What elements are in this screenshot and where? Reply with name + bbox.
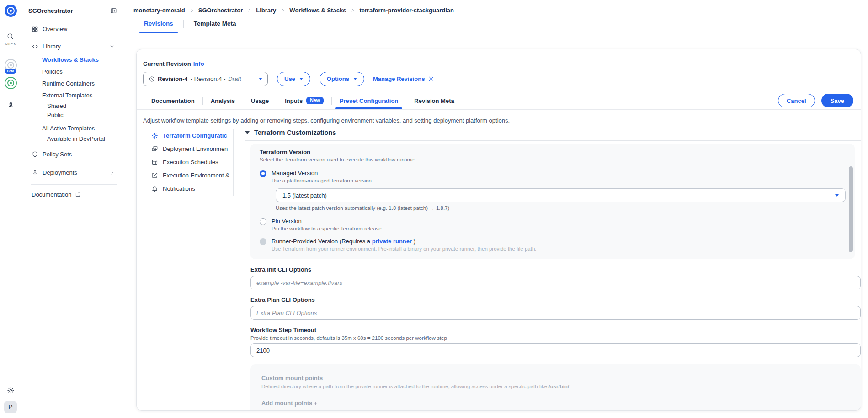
breadcrumb-org[interactable]: monetary-emerald	[133, 7, 185, 14]
tab-separator	[183, 20, 184, 28]
sidebar-item-public[interactable]: Public	[47, 110, 117, 119]
sidebar-item-label: Overview	[43, 26, 67, 32]
chevron-right-icon	[109, 170, 115, 176]
mount-points-title: Custom mount points	[261, 375, 850, 381]
chevron-down-icon	[109, 43, 115, 49]
global-search-button[interactable]: Ctrl + K	[5, 32, 16, 45]
sidebar-item-overview[interactable]: Overview	[21, 21, 117, 36]
stackguardian-logo[interactable]	[5, 5, 17, 17]
sidebar-item-library[interactable]: Library	[21, 39, 117, 54]
managed-version-subtitle: Use a platform-managed Terraform version…	[272, 178, 846, 183]
scrollbar-thumb[interactable]	[849, 166, 853, 252]
sidebar-item-policies[interactable]: Policies	[21, 65, 117, 77]
terraform-version-select[interactable]: 1.5 (latest patch)	[276, 188, 846, 202]
workspace-switcher-green[interactable]	[5, 77, 17, 89]
managed-version-radio[interactable]	[260, 170, 266, 177]
code-icon	[32, 43, 38, 50]
private-runner-link[interactable]: private runner	[372, 238, 412, 245]
config-nav-notifications[interactable]: Notifications	[151, 182, 230, 195]
extra-init-input[interactable]	[250, 276, 861, 289]
search-icon	[6, 32, 14, 40]
breadcrumb-separator-icon	[189, 8, 194, 13]
pin-version-radio[interactable]	[260, 218, 266, 225]
config-nav-execution-schedules[interactable]: Execution Schedules	[151, 155, 230, 169]
save-button[interactable]: Save	[821, 94, 853, 107]
search-shortcut: Ctrl + K	[5, 42, 16, 45]
subtab-inputs[interactable]: Inputs New	[285, 92, 324, 109]
breadcrumb-separator-icon	[280, 8, 285, 13]
revision-status: Draft	[228, 75, 241, 82]
info-link[interactable]: Info	[193, 60, 204, 67]
dropdown-caret-icon	[259, 78, 262, 80]
subtab-analysis[interactable]: Analysis	[211, 92, 235, 109]
subtab-usage[interactable]: Usage	[251, 92, 269, 109]
subtab-separator	[243, 97, 243, 105]
pin-version-label: Pin Version	[272, 218, 383, 225]
main-content: monetary-emerald SGOrchestrator Library …	[122, 0, 868, 418]
extra-init-label: Extra Init CLI Options	[250, 266, 861, 273]
external-link-icon	[151, 172, 158, 179]
config-nav-deployment-environments[interactable]: Deployment Environmen	[151, 142, 230, 155]
gear-icon	[428, 75, 435, 82]
settings-button[interactable]	[7, 386, 15, 394]
tab-template-meta[interactable]: Template Meta	[192, 20, 238, 33]
workflow-timeout-helper: Provide timeout in seconds, defaults is …	[250, 335, 861, 341]
sidebar-item-label: Policies	[42, 68, 63, 75]
collapse-caret-icon	[245, 131, 250, 134]
selected-version: 1.5 (latest patch)	[282, 192, 327, 199]
sidebar-item-deployments[interactable]: Deployments	[21, 165, 117, 180]
sidebar-item-shared[interactable]: Shared	[47, 101, 117, 110]
config-nav-terraform-configuration[interactable]: Terraform Configuratic	[151, 129, 230, 142]
sidebar-item-policy-sets[interactable]: Policy Sets	[21, 147, 117, 161]
sidebar-item-documentation[interactable]: Documentation	[21, 188, 117, 200]
breadcrumb-separator-icon	[247, 8, 252, 13]
sidebar-collapse-button[interactable]	[110, 7, 117, 14]
rocket-icon	[7, 101, 15, 109]
dropdown-caret-icon	[353, 78, 357, 80]
sidebar-item-external-templates[interactable]: External Templates	[21, 89, 117, 101]
sidebar: SGOrchestrator Overview Library Workflow…	[21, 0, 122, 418]
breadcrumb-library[interactable]: Library	[256, 7, 276, 14]
config-section-nav: Terraform Configuratic Deployment Enviro…	[151, 129, 230, 195]
options-button[interactable]: Options	[320, 72, 364, 86]
breadcrumb-template-name[interactable]: terraform-provider-stackguardian	[359, 7, 454, 14]
workflow-timeout-label: Workflow Step Timeout	[250, 327, 861, 333]
sidebar-item-runtime-containers[interactable]: Runtime Containers	[21, 77, 117, 89]
workflow-timeout-input[interactable]	[250, 343, 861, 357]
launchpad-button[interactable]	[7, 101, 15, 109]
tab-revisions[interactable]: Revisions	[143, 20, 175, 33]
user-avatar[interactable]: P	[4, 401, 17, 413]
page-tabs: Revisions Template Meta	[122, 20, 868, 33]
section-title: Terraform Customizations	[254, 129, 336, 136]
shield-icon	[32, 151, 38, 158]
sidebar-item-workflows-stacks[interactable]: Workflows & Stacks	[21, 54, 117, 65]
revision-selector[interactable]: Revision-4 - Revision:4 - Draft	[143, 72, 268, 86]
manage-revisions-link[interactable]: Manage Revisions	[373, 75, 435, 82]
cancel-button[interactable]: Cancel	[778, 94, 815, 107]
workspace-switcher-beta[interactable]: Beta	[5, 59, 17, 71]
app-rail: Ctrl + K Beta P	[0, 0, 21, 418]
runner-provided-label: Runner-Provided Version (Requires a priv…	[272, 238, 537, 245]
revision-detail: - Revision:4 -	[191, 75, 226, 82]
extra-plan-input[interactable]	[250, 306, 861, 320]
terraform-customizations-section[interactable]: Terraform Customizations	[245, 129, 861, 136]
workspace-logo-green	[5, 77, 17, 89]
breadcrumb-orchestrator[interactable]: SGOrchestrator	[198, 7, 243, 14]
use-button[interactable]: Use	[277, 72, 310, 86]
dropdown-caret-icon	[299, 78, 303, 80]
new-badge: New	[306, 97, 324, 105]
sidebar-item-all-active-templates[interactable]: All Active Templates	[21, 122, 117, 134]
subtab-documentation[interactable]: Documentation	[151, 92, 195, 109]
sidebar-divider	[31, 184, 117, 185]
preset-description: Adjust workflow template settings by add…	[143, 117, 861, 124]
breadcrumb-workflows-stacks[interactable]: Workflows & Stacks	[289, 7, 346, 14]
terraform-version-panel: Terraform Version Select the Terraform v…	[250, 144, 855, 259]
runner-provided-radio	[260, 238, 266, 245]
sidebar-item-label: All Active Templates	[42, 125, 95, 132]
terraform-version-subtitle: Select the Terraform version used to exe…	[260, 157, 846, 162]
subtab-preset-configuration[interactable]: Preset Configuration	[340, 92, 399, 109]
subtab-revision-meta[interactable]: Revision Meta	[414, 92, 454, 109]
sidebar-item-available-in-devportal[interactable]: Available in DevPortal	[47, 134, 117, 143]
config-nav-execution-environment[interactable]: Execution Environment &	[151, 169, 230, 182]
external-link-icon	[75, 192, 81, 198]
